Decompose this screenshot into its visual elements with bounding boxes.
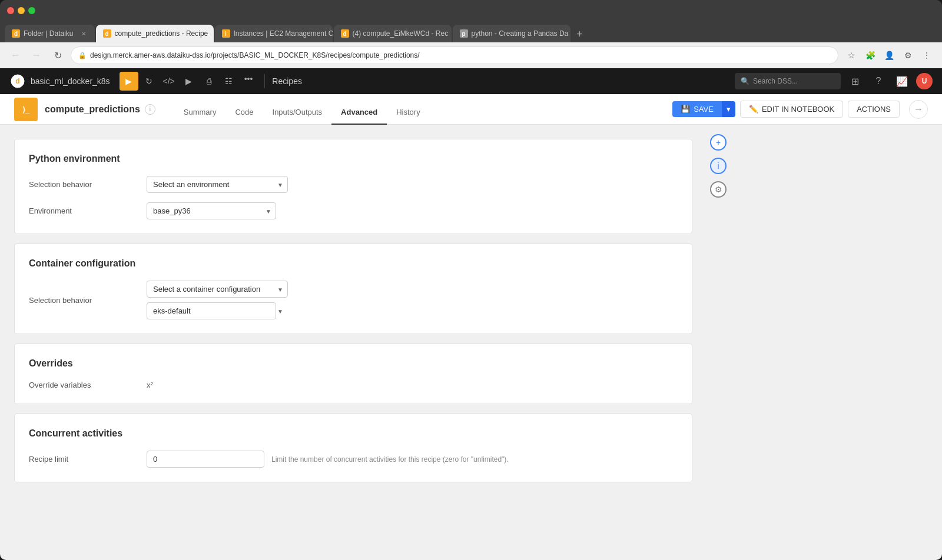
back-button[interactable]: ← [7,47,24,64]
grid-icon[interactable]: ⊞ [845,72,864,91]
bookmark-icon[interactable]: ☆ [843,47,860,64]
override-variables-value: x² [147,381,153,389]
edit-notebook-label: EDIT IN NOTEBOOK [762,105,834,114]
python-env-environment-control: base_py36 py37 py38 ▼ [147,202,276,219]
recipe-limit-row: Recipe limit Limit the number of concurr… [29,451,678,468]
help-icon[interactable]: ? [869,72,888,91]
more-icon[interactable]: ••• [240,72,258,91]
browser-tab-2[interactable]: d compute_predictions - Recipe ✕ [96,25,214,42]
topbar-separator [264,74,265,88]
overrides-section: Overrides Override variables x² [14,344,692,404]
save-button[interactable]: 💾 SAVE [672,101,722,117]
url-text: design.merck.amer-aws.dataiku-dss.io/pro… [90,51,420,59]
pencil-icon: ✏️ [749,105,758,114]
minimize-traffic-light[interactable] [18,7,25,14]
profile-icon[interactable]: 👤 [881,47,897,64]
tab-advanced[interactable]: Advanced [331,101,387,125]
search-bar[interactable]: 🔍 Search DSS... [735,73,841,89]
browser-tab-1[interactable]: d Folder | Dataiku ✕ [5,25,95,42]
tab4-label: (4) compute_EiMkeWCd - Rec [353,29,449,38]
tab1-favicon: d [12,29,20,38]
python-env-section: Python environment Selection behavior Se… [14,139,692,234]
tab5-favicon: p [460,29,468,38]
container-selection-label: Selection behavior [29,296,147,305]
concurrent-section: Concurrent activities Recipe limit Limit… [14,414,692,482]
app-logo: d [9,73,26,89]
tab-summary[interactable]: Summary [174,101,226,125]
tabs-bar: d Folder | Dataiku ✕ d compute_predictio… [0,21,942,42]
info-right-icon[interactable]: i [710,158,727,174]
container-config-section: Container configuration Selection behavi… [14,244,692,334]
overrides-title: Overrides [29,358,678,369]
tab-history[interactable]: History [387,101,429,125]
browser-tab-4[interactable]: d (4) compute_EiMkeWCd - Rec ✕ [334,25,452,42]
refresh-icon[interactable]: ↻ [140,72,158,91]
recipe-tabs: Summary Code Inputs/Outputs Advanced His… [174,94,430,125]
gear-right-icon[interactable]: ⚙ [710,181,727,198]
tab1-label: Folder | Dataiku [24,29,74,38]
url-bar[interactable]: 🔒 design.merck.amer-aws.dataiku-dss.io/p… [71,46,838,64]
recipes-label: Recipes [272,76,302,86]
terminal-icon[interactable]: ▶ [120,72,138,91]
container-selection-wrapper: Select a container configuration Use pro… [147,281,288,298]
reload-button[interactable]: ↻ [49,47,66,64]
save-dropdown-button[interactable]: ▾ [722,101,735,117]
address-actions: ☆ 🧩 👤 ⚙ ⋮ [843,47,935,64]
topbar-right: 🔍 Search DSS... ⊞ ? 📈 U [735,72,933,91]
recipe-actions: 💾 SAVE ▾ ✏️ EDIT IN NOTEBOOK ACTIONS → [672,100,928,119]
edit-notebook-button[interactable]: ✏️ EDIT IN NOTEBOOK [740,101,843,118]
extensions-icon[interactable]: 🧩 [862,47,878,64]
run-icon[interactable]: ▶ [180,72,198,91]
right-sidebar: + i ⚙ [706,125,730,560]
stats-icon[interactable]: 📈 [893,72,911,91]
recipe-icon: ⟩_ [14,98,38,121]
menu-icon[interactable]: ⋮ [918,47,935,64]
tab-code[interactable]: Code [225,101,263,125]
new-tab-button[interactable]: + [572,26,588,42]
tab3-favicon: i [222,29,230,38]
python-env-environment-wrapper: base_py36 py37 py38 ▼ [147,202,276,219]
content-area: Python environment Selection behavior Se… [0,125,706,560]
svg-text:⟩_: ⟩_ [22,105,30,114]
settings-icon[interactable]: ⚙ [900,47,916,64]
print-icon[interactable]: ⎙ [200,72,218,91]
container-selection-row: Selection behavior Select a container co… [29,281,678,319]
python-env-selection-select[interactable]: Select an environment Use project defaul… [147,176,288,193]
actions-label: ACTIONS [857,105,891,114]
browser-tab-5[interactable]: p python - Creating a Pandas Da ✕ [453,25,570,42]
container-selection-control: Select a container configuration Use pro… [147,281,288,319]
code-icon[interactable]: </> [160,72,178,91]
table-icon[interactable]: ☷ [220,72,238,91]
container-env-select[interactable]: eks-default local kubernetes [147,302,276,319]
user-avatar[interactable]: U [916,73,933,89]
python-env-selection-row: Selection behavior Select an environment… [29,176,678,193]
project-name: basic_ml_docker_k8s [31,76,110,86]
container-selection-select[interactable]: Select a container configuration Use pro… [147,281,288,298]
override-variables-label: Override variables [29,381,147,389]
maximize-traffic-light[interactable] [28,7,35,14]
add-right-icon[interactable]: + [710,134,727,151]
concurrent-title: Concurrent activities [29,428,678,439]
topbar-icons: ▶ ↻ </> ▶ ⎙ ☷ ••• [120,72,258,91]
back-nav-button[interactable]: → [909,100,928,119]
tab2-label: compute_predictions - Recipe [115,29,208,38]
save-icon: 💾 [681,105,690,114]
main-content: Python environment Selection behavior Se… [0,125,942,560]
recipe-info-icon[interactable]: i [145,104,155,115]
concurrent-row: Limit the number of concurrent activitie… [147,451,509,468]
browser-window: d Folder | Dataiku ✕ d compute_predictio… [0,0,942,560]
tab1-close[interactable]: ✕ [79,29,88,38]
app-topbar: d basic_ml_docker_k8s ▶ ↻ </> ▶ ⎙ ☷ ••• … [0,68,942,94]
python-env-environment-select[interactable]: base_py36 py37 py38 [147,202,276,219]
recipe-limit-input[interactable] [147,451,264,468]
close-traffic-light[interactable] [7,7,14,14]
forward-button[interactable]: → [28,47,45,64]
recipe-limit-label: Recipe limit [29,455,147,464]
python-env-selection-label: Selection behavior [29,180,147,189]
app-container: d basic_ml_docker_k8s ▶ ↻ </> ▶ ⎙ ☷ ••• … [0,68,942,560]
actions-button[interactable]: ACTIONS [848,101,900,118]
browser-tab-3[interactable]: i Instances | EC2 Management C ✕ [215,25,333,42]
tab-inputs-outputs[interactable]: Inputs/Outputs [263,101,332,125]
tab2-favicon: d [103,29,111,38]
title-bar [0,0,942,21]
